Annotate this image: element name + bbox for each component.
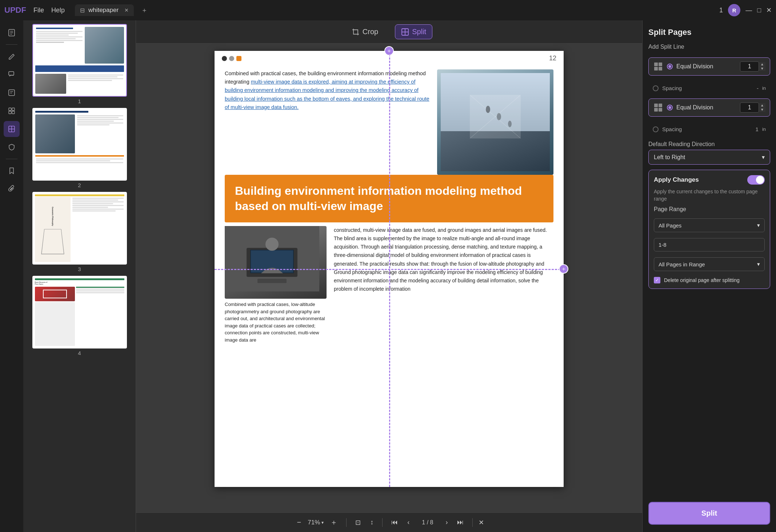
equal-division-input-1[interactable]	[740, 61, 759, 72]
icon-separator	[6, 44, 17, 45]
pages-in-range-value: All Pages in Range	[659, 261, 705, 267]
split-button[interactable]: Split	[395, 24, 432, 39]
help-menu[interactable]: Help	[51, 7, 65, 14]
pages-in-range-chevron-icon: ▾	[757, 261, 760, 267]
first-page-button[interactable]: ⏮	[388, 517, 401, 528]
crop-button[interactable]: Crop	[346, 25, 384, 39]
pages-in-range-dropdown[interactable]: All Pages in Range ▾	[654, 257, 765, 271]
prev-page-button[interactable]: ‹	[404, 517, 412, 528]
num-up-2[interactable]: ▲	[759, 103, 765, 108]
thumbnail-3[interactable]: Geometric Philosophy	[27, 192, 132, 272]
doc-viewer[interactable]: ＋ ＋ 12	[136, 44, 642, 512]
split-handle-right[interactable]: ＋	[559, 264, 568, 274]
dropdown-chevron-icon: ▾	[757, 222, 760, 229]
bottom-right-col: constructed, multi-view image data are f…	[334, 226, 553, 343]
num-down-2[interactable]: ▼	[759, 108, 765, 112]
final-split-button[interactable]: Split	[648, 502, 770, 525]
spacing-value-1: -	[748, 85, 759, 91]
zoom-in-button[interactable]: ＋	[327, 516, 340, 529]
svg-rect-9	[12, 108, 15, 110]
content-area: Crop Split ＋ ＋	[136, 20, 642, 532]
zoom-value: 71%	[308, 519, 320, 526]
zoom-dropdown-icon[interactable]: ▾	[321, 520, 324, 525]
delete-original-row[interactable]: ✓ Delete original page after splitting	[654, 277, 765, 283]
version-label: 1	[719, 7, 723, 14]
toolbar-divider-2	[382, 518, 383, 527]
add-split-line-label: Add Split Line	[648, 44, 770, 50]
sidebar-item-bookmark[interactable]	[4, 163, 20, 179]
thumb-img-2	[32, 108, 127, 181]
left-sidebar	[0, 20, 23, 532]
radio-1[interactable]	[667, 64, 673, 69]
svg-point-30	[265, 238, 279, 251]
panel-title: Split Pages	[648, 28, 770, 37]
number-input-1[interactable]: ▲ ▼	[740, 61, 765, 72]
view-close-button[interactable]: ✕	[479, 519, 484, 527]
escalator-image	[437, 69, 553, 175]
number-input-2[interactable]: ▲ ▼	[740, 102, 765, 113]
user-avatar[interactable]: R	[728, 4, 740, 16]
radio-2[interactable]	[667, 105, 673, 110]
next-page-button[interactable]: ›	[443, 517, 451, 528]
zoom-level[interactable]: 71% ▾	[308, 519, 324, 526]
last-page-button[interactable]: ⏭	[454, 517, 467, 528]
grid-icon-1	[653, 61, 663, 72]
num-up-1[interactable]: ▲	[759, 62, 765, 66]
page-range-input[interactable]	[654, 238, 765, 251]
direction-section: Default Reading Direction Left to Right …	[648, 141, 770, 165]
thumbnail-4[interactable]: Basic Elements ofPlane Space	[27, 276, 132, 356]
split-option-row-1[interactable]: Equal Division ▲ ▼	[648, 57, 770, 76]
sidebar-item-split[interactable]	[4, 121, 20, 137]
maximize-button[interactable]: □	[757, 7, 761, 14]
delete-checkbox[interactable]: ✓	[654, 277, 660, 283]
thumbnail-2[interactable]: 2	[27, 108, 132, 188]
thumb-num-4: 4	[78, 350, 81, 356]
fit-page-button[interactable]: ⊡	[352, 517, 364, 528]
spacing-radio-1[interactable]	[653, 85, 659, 91]
grid-icon-2	[653, 102, 663, 113]
equal-division-input-2[interactable]	[740, 102, 759, 113]
split-line-vertical[interactable]	[389, 51, 390, 487]
all-pages-dropdown[interactable]: All Pages ▾	[654, 218, 765, 232]
thumbnail-1[interactable]: 1	[27, 24, 132, 104]
sidebar-item-protect[interactable]	[4, 139, 20, 155]
minimize-button[interactable]: —	[745, 7, 752, 14]
icon-black	[222, 56, 227, 61]
titlebar: UPDF File Help ⊟ whitepaper ✕ ＋ 1 R — □ …	[0, 0, 776, 20]
app-logo: UPDF	[4, 5, 26, 15]
svg-rect-8	[9, 108, 11, 110]
spacing-row-1: Spacing - in	[648, 83, 770, 93]
split-option-row-2[interactable]: Equal Division ▲ ▼	[648, 98, 770, 117]
svg-rect-11	[12, 111, 15, 114]
direction-chevron-icon: ▾	[762, 154, 765, 161]
thumb-img-4: Basic Elements ofPlane Space	[32, 276, 127, 348]
num-arrows-1[interactable]: ▲ ▼	[759, 62, 765, 71]
sidebar-item-read[interactable]	[4, 25, 20, 41]
tab-close-button[interactable]: ✕	[124, 7, 129, 13]
sidebar-item-pen[interactable]	[4, 48, 20, 64]
zoom-out-button[interactable]: −	[294, 517, 304, 528]
apply-description: Apply the current changes to the custom …	[654, 188, 765, 202]
direction-dropdown[interactable]: Left to Right ▾	[648, 150, 770, 165]
apply-toggle[interactable]	[747, 175, 765, 185]
sidebar-item-organize[interactable]	[4, 103, 20, 119]
close-button[interactable]: ✕	[766, 6, 772, 14]
page-range-label: Page Range	[654, 206, 765, 213]
num-arrows-2[interactable]: ▲ ▼	[759, 103, 765, 112]
file-menu[interactable]: File	[33, 7, 44, 14]
current-page: 1	[422, 519, 425, 525]
spacing-radio-2[interactable]	[653, 126, 659, 132]
spacing-unit-2: in	[762, 126, 766, 132]
icon-separator-2	[6, 159, 17, 159]
sidebar-item-form[interactable]	[4, 85, 20, 101]
tab-add-button[interactable]: ＋	[141, 6, 148, 15]
sidebar-item-comment[interactable]	[4, 66, 20, 82]
titlebar-right: 1 R — □ ✕	[719, 4, 772, 16]
sidebar-item-paperclip[interactable]	[4, 181, 20, 197]
num-down-1[interactable]: ▼	[759, 66, 765, 71]
split-handle-top[interactable]: ＋	[384, 46, 394, 56]
thumbnail-panel: 1	[23, 20, 136, 532]
option-label-1: Equal Division	[676, 63, 736, 70]
fit-width-button[interactable]: ↕	[367, 517, 376, 528]
toolbar-divider-3	[472, 518, 473, 527]
